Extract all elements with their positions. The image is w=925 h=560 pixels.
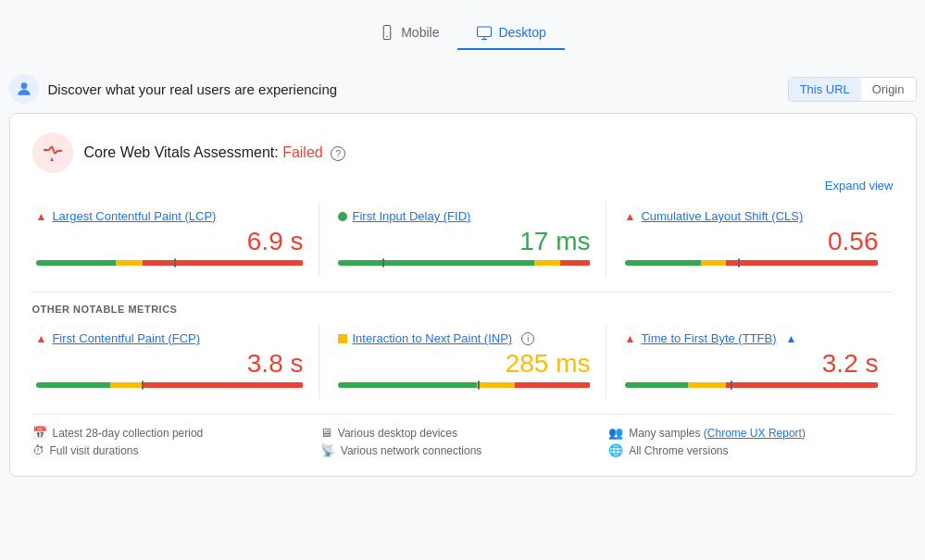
metric-progress-bar [338, 260, 591, 266]
footer-text: Various network connections [341, 444, 482, 457]
origin-button[interactable]: Origin [861, 78, 916, 101]
footer-info: 📅 Latest 28-day collection period 🖥 Vari… [32, 414, 894, 457]
metric-name[interactable]: Time to First Byte (TTFB) [641, 331, 776, 345]
device-toggle: Mobile Desktop [360, 17, 565, 50]
metric-name[interactable]: Cumulative Layout Shift (CLS) [641, 209, 803, 223]
metric-cell: Interaction to Next Paint (INP) i 285 ms [319, 324, 606, 399]
metric-progress-bar [338, 382, 591, 388]
metric-value: 17 ms [338, 227, 591, 256]
status-triangle-icon: ▲ [36, 210, 47, 223]
svg-rect-2 [478, 27, 492, 37]
footer-item: 🌐 All Chrome versions [608, 443, 893, 457]
metric-cell: First Input Delay (FID) 17 ms [319, 202, 606, 277]
footer-text: All Chrome versions [629, 444, 728, 457]
notable-metrics-section: OTHER NOTABLE METRICS ▲ First Contentful… [32, 292, 894, 399]
svg-point-5 [20, 82, 27, 89]
cwv-status: Failed [282, 144, 323, 160]
url-origin-toggle: This URL Origin [788, 77, 917, 102]
avatar [9, 74, 39, 104]
footer-item: ⏱ Full visit durations [32, 443, 317, 457]
bar-marker [478, 380, 480, 390]
cwv-icon [32, 132, 73, 173]
section-header: Discover what your real users are experi… [9, 65, 917, 113]
metric-name[interactable]: First Contentful Paint (FCP) [52, 331, 200, 345]
cwv-header: Core Web Vitals Assessment: Failed ? [32, 132, 346, 173]
metric-progress-bar [36, 382, 304, 388]
footer-icon: 🌐 [608, 443, 623, 457]
cwv-title-wrap: Core Web Vitals Assessment: Failed ? [84, 144, 346, 162]
chrome-ux-report-link[interactable]: Chrome UX Report [707, 427, 802, 440]
cwv-assessment-label: Core Web Vitals Assessment: [84, 144, 279, 160]
footer-item: 🖥 Various desktop devices [320, 426, 605, 440]
metric-progress-bar [36, 260, 304, 266]
metric-info-icon[interactable]: i [521, 332, 534, 345]
metric-cell: ▲ First Contentful Paint (FCP) 3.8 s [32, 324, 319, 399]
bar-marker [731, 380, 732, 390]
metric-value: 285 ms [338, 349, 591, 379]
svg-marker-11 [50, 157, 54, 161]
svg-rect-0 [383, 26, 391, 40]
footer-text: Latest 28-day collection period [53, 427, 204, 440]
cwv-info-icon[interactable]: ? [331, 146, 345, 161]
bar-marker [382, 258, 384, 268]
extra-icon: ▲ [786, 332, 797, 345]
metric-value: 6.9 s [36, 227, 304, 256]
metric-name[interactable]: Largest Contentful Paint (LCP) [52, 209, 216, 223]
metric-cell: ▲ Time to First Byte (TTFB) ▲ 3.2 s [606, 324, 894, 399]
footer-icon: 🖥 [320, 426, 332, 440]
metric-value: 3.2 s [625, 349, 879, 379]
footer-text: Full visit durations [50, 444, 139, 457]
status-triangle-icon: ▲ [36, 332, 47, 345]
metric-value: 0.56 [625, 227, 879, 256]
metric-value: 3.8 s [36, 349, 304, 379]
footer-icon: 📅 [32, 426, 47, 440]
footer-icon: ⏱ [32, 443, 44, 457]
notable-label: OTHER NOTABLE METRICS [32, 304, 894, 315]
status-square-icon [338, 334, 347, 343]
status-triangle-icon: ▲ [625, 332, 636, 345]
metric-cell: ▲ Largest Contentful Paint (LCP) 6.9 s [32, 202, 319, 277]
expand-view-link[interactable]: Expand view [32, 179, 894, 193]
section-header-left: Discover what your real users are experi… [9, 74, 338, 104]
metric-cell: ▲ Cumulative Layout Shift (CLS) 0.56 [606, 202, 894, 277]
footer-icon: 📡 [320, 443, 335, 457]
metric-name[interactable]: First Input Delay (FID) [353, 209, 471, 223]
footer-item: 📅 Latest 28-day collection period [32, 426, 317, 440]
mobile-tab[interactable]: Mobile [360, 17, 457, 50]
primary-metrics-grid: ▲ Largest Contentful Paint (LCP) 6.9 s F… [32, 202, 894, 277]
metric-progress-bar [625, 382, 879, 388]
svg-line-9 [55, 151, 57, 154]
status-triangle-icon: ▲ [625, 210, 636, 223]
footer-item: 📡 Various network connections [320, 443, 605, 457]
bar-marker [738, 258, 740, 268]
main-card: Core Web Vitals Assessment: Failed ? Exp… [9, 113, 917, 477]
metric-progress-bar [625, 260, 879, 266]
bar-marker [174, 258, 176, 268]
footer-text: Many samples (Chrome UX Report) [629, 427, 806, 440]
footer-item: 👥 Many samples (Chrome UX Report) [608, 426, 893, 440]
desktop-tab[interactable]: Desktop [457, 17, 564, 50]
section-title: Discover what your real users are experi… [48, 81, 338, 97]
this-url-button[interactable]: This URL [789, 78, 861, 101]
status-circle-icon [338, 212, 347, 221]
secondary-metrics-grid: ▲ First Contentful Paint (FCP) 3.8 s Int… [32, 324, 894, 399]
metric-name[interactable]: Interaction to Next Paint (INP) [353, 331, 513, 345]
footer-icon: 👥 [608, 426, 623, 440]
bar-marker [142, 380, 144, 390]
footer-text: Various desktop devices [338, 427, 457, 440]
svg-line-8 [52, 146, 55, 154]
